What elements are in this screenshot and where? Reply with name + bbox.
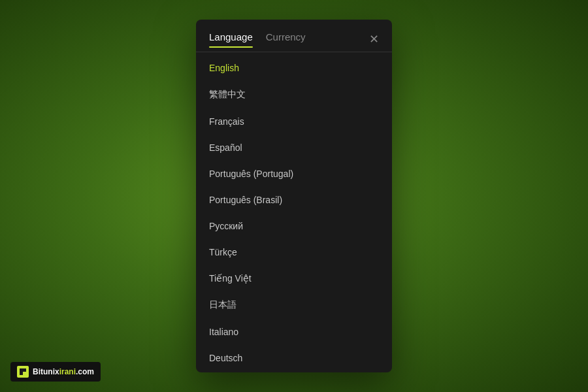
language-item-italian[interactable]: Italiano <box>196 319 392 345</box>
language-item-french[interactable]: Français <box>196 108 392 135</box>
language-label-german: Deutsch <box>209 353 242 363</box>
close-button[interactable]: ✕ <box>369 33 379 45</box>
language-item-portuguese-brazil[interactable]: Português (Brasil) <box>196 187 392 213</box>
watermark-highlight: irani <box>59 367 76 376</box>
language-item-portuguese-portugal[interactable]: Português (Portugal) <box>196 161 392 187</box>
watermark-brand: Bitunix <box>33 367 59 376</box>
language-label-vietnamese: Tiếng Việt <box>209 273 252 284</box>
language-label-turkish: Türkçe <box>209 247 237 257</box>
svg-rect-2 <box>20 368 23 372</box>
watermark-badge: Bitunixirani.com <box>10 362 101 382</box>
language-label-italian: Italiano <box>209 327 238 337</box>
language-label-english: English <box>209 63 239 73</box>
language-list[interactable]: English繁體中文FrançaisEspañolPortuguês (Por… <box>196 52 392 372</box>
close-icon: ✕ <box>369 33 379 45</box>
language-currency-modal: Language Currency ✕ English繁體中文FrançaisE… <box>196 20 392 372</box>
language-item-traditional-chinese[interactable]: 繁體中文 <box>196 81 392 108</box>
watermark-text: Bitunixirani.com <box>33 367 94 376</box>
language-label-russian: Русский <box>209 221 243 231</box>
language-item-korean[interactable]: 한국어 <box>196 371 392 372</box>
tab-currency[interactable]: Currency <box>266 31 306 46</box>
language-item-spanish[interactable]: Español <box>196 135 392 161</box>
svg-rect-5 <box>23 372 26 375</box>
svg-rect-4 <box>20 372 23 375</box>
language-item-japanese[interactable]: 日本語 <box>196 291 392 319</box>
tab-language[interactable]: Language <box>209 31 253 46</box>
language-item-vietnamese[interactable]: Tiếng Việt <box>196 265 392 291</box>
language-label-traditional-chinese: 繁體中文 <box>209 89 246 101</box>
language-label-portuguese-brazil: Português (Brasil) <box>209 195 282 205</box>
language-item-german[interactable]: Deutsch <box>196 345 392 371</box>
language-item-turkish[interactable]: Türkçe <box>196 239 392 265</box>
tab-language-label: Language <box>209 31 253 42</box>
watermark-icon <box>17 366 29 378</box>
language-label-portuguese-portugal: Português (Portugal) <box>209 169 293 179</box>
language-item-russian[interactable]: Русский <box>196 213 392 239</box>
language-label-french: Français <box>209 116 244 127</box>
modal-header: Language Currency ✕ <box>196 20 392 46</box>
tab-currency-label: Currency <box>266 31 306 42</box>
svg-rect-3 <box>23 368 26 372</box>
tab-group: Language Currency <box>209 31 306 46</box>
watermark-suffix: .com <box>76 367 94 376</box>
language-item-english[interactable]: English <box>196 55 392 81</box>
language-label-japanese: 日本語 <box>209 299 237 311</box>
language-label-spanish: Español <box>209 142 242 153</box>
